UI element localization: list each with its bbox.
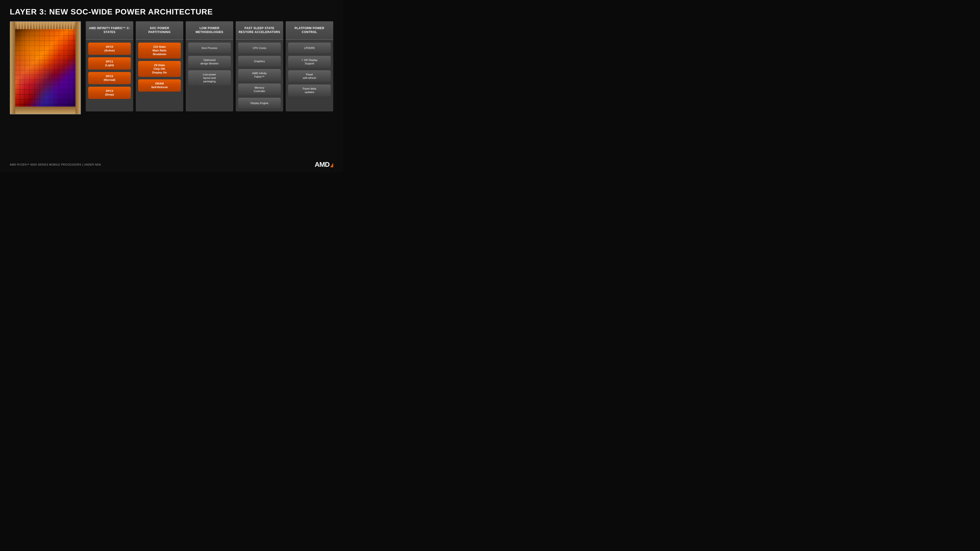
column-platform-power: PLATFORM POWER CONTROL LPDDR5 < 1W Displ… [286,21,333,111]
chip-border-bottom [10,106,80,114]
chip-pin [46,22,47,29]
item-z9: Z9 StateChip Off,Display On [138,61,181,77]
chip-pin [20,22,21,29]
item-amd-infinity-fabric: AMD InfinityFabric™ [238,69,281,81]
columns-container: AMD INFINITY FABRIC™ C-STATES DFC0(Activ… [86,21,333,111]
column-amd-infinity-fabric: AMD INFINITY FABRIC™ C-STATES DFC0(Activ… [86,21,133,111]
item-dfc3: DFC3(Deep) [88,87,131,99]
item-graphics: Graphics [238,56,281,67]
item-dfc0: DFC0(Active) [88,43,131,55]
item-dram: DRAMSelf-Refresh [138,79,181,92]
chip-pin [23,22,24,29]
page-title: LAYER 3: NEW SOC-WIDE POWER ARCHITECTURE [10,7,333,16]
chip-pin [26,22,27,29]
item-6nm: 6nm Process [188,43,231,53]
chip-pin [32,22,33,29]
chip-pins-top [15,22,75,29]
column-body-3: 6nm Process Optimizeddesign libraries Lo… [186,40,233,111]
column-body-4: CPU Cores Graphics AMD InfinityFabric™ M… [236,40,283,111]
column-header-5: PLATFORM POWER CONTROL [286,21,333,40]
item-design-libraries: Optimizeddesign libraries [188,56,231,68]
item-low-power-layout: Low-powerlayout andpackaging [188,70,231,86]
slide: LAYER 3: NEW SOC-WIDE POWER ARCHITECTURE [0,0,343,172]
chip-border-right [75,22,80,114]
item-dfc2: DFC2(Normal) [88,72,131,84]
chip-pin [61,22,62,29]
amd-logo: AMD [315,160,333,168]
chip-pin [40,22,41,29]
item-panel-self-refresh: Panelself-refresh [288,70,331,82]
item-panel-delta: Panel deltaupdates [288,84,331,97]
chip-border-left [10,22,15,114]
item-memory-controller: MemoryController [238,84,281,95]
chip-pin [67,22,67,29]
item-display-support: < 1W DisplaySupport [288,56,331,68]
chip-pin [29,22,30,29]
column-header-2: SOC POWER PARTITIONING [136,21,183,40]
column-soc-power: SOC POWER PARTITIONING Z10 StateMain Rai… [136,21,183,111]
content-area: AMD INFINITY FABRIC™ C-STATES DFC0(Activ… [10,21,333,114]
chip-pin [69,22,70,29]
chip-image [10,21,81,114]
item-lpddr5: LPDDR5 [288,43,331,53]
item-cpu-cores: CPU Cores [238,43,281,53]
amd-logo-text: AMD [315,160,329,168]
column-body-2: Z10 StateMain RailsShutdown Z9 StateChip… [136,40,183,111]
chip-pin [49,22,50,29]
column-low-power: LOW POWER METHODOLOGIES 6nm Process Opti… [186,21,233,111]
item-z10: Z10 StateMain RailsShutdown [138,43,181,59]
item-dfc1: DFC1(Light) [88,57,131,70]
column-fast-sleep: FAST SLEEP STATE RESTORE ACCELERATORS CP… [236,21,283,111]
column-body-1: DFC0(Active) DFC1(Light) DFC2(Normal) DF… [86,40,133,111]
chip-pin [72,22,73,29]
chip-pin [35,22,36,29]
chip-border-top [10,22,80,29]
footer-left-text: AMD RYZEN™ 6000 SERIES MOBILE PROCESSORS… [10,163,101,166]
chip-pin [43,22,45,29]
column-header-3: LOW POWER METHODOLOGIES [186,21,233,40]
chip-pin [64,22,65,29]
chip-pin [52,22,53,29]
item-display-engine: Display Engine [238,98,281,108]
column-header-1: AMD INFINITY FABRIC™ C-STATES [86,21,133,40]
column-header-4: FAST SLEEP STATE RESTORE ACCELERATORS [236,21,283,40]
chip-pin [18,22,18,29]
chip-pin [58,22,59,29]
amd-logo-arrow [330,163,333,167]
footer: AMD RYZEN™ 6000 SERIES MOBILE PROCESSORS… [10,160,333,168]
column-body-5: LPDDR5 < 1W DisplaySupport Panelself-ref… [286,40,333,111]
chip-pin [38,22,38,29]
chip-pin [55,22,56,29]
